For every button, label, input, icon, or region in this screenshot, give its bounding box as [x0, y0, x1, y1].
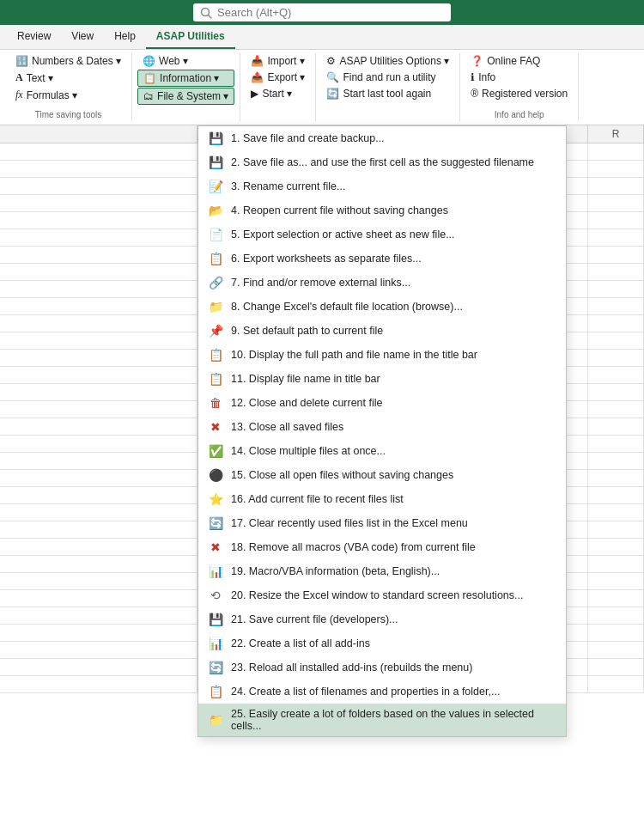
menu-text-16: 16. Add current file to recent files lis… — [231, 493, 557, 505]
info-button[interactable]: ℹ Info — [465, 70, 573, 85]
file-system-dropdown: 💾 1. Save file and create backup... 💾 2.… — [197, 125, 567, 737]
menu-item-22[interactable]: 📊 22. Create a list of all add-ins — [198, 631, 566, 655]
online-faq-button[interactable]: ❓ Online FAQ — [465, 53, 573, 69]
menu-item-4[interactable]: 📂 4. Reopen current file without saving … — [198, 198, 566, 223]
menu-item-2[interactable]: 💾 2. Save file as... and use the first c… — [198, 150, 566, 174]
menu-icon-6: 📋 — [207, 251, 224, 266]
registered-icon: ® — [471, 88, 478, 100]
menu-icon-9: 📌 — [207, 323, 224, 338]
asap-options-button[interactable]: ⚙ ASAP Utilities Options ▾ — [321, 53, 454, 69]
menu-item-10[interactable]: 📋 10. Display the full path and file nam… — [198, 343, 566, 367]
start-button[interactable]: ▶ Start ▾ — [246, 86, 310, 101]
menu-text-8: 8. Change Excel's default file location … — [231, 301, 557, 313]
find-run-utility-button[interactable]: 🔍 Find and run a utility — [321, 70, 454, 85]
numbers-dates-button[interactable]: 🔢 Numbers & Dates ▾ — [10, 53, 126, 69]
menu-icon-4: 📂 — [207, 203, 224, 218]
tab-help[interactable]: Help — [104, 25, 146, 49]
menu-item-16[interactable]: ⭐ 16. Add current file to recent files l… — [198, 487, 566, 511]
menu-item-7[interactable]: 🔗 7. Find and/or remove external links..… — [198, 271, 566, 295]
menu-item-1[interactable]: 💾 1. Save file and create backup... — [198, 126, 566, 150]
menu-icon-12: 🗑 — [207, 395, 224, 411]
menu-icon-17: 🔄 — [207, 515, 224, 531]
ribbon-group-info-help: ❓ Online FAQ ℹ Info ® Registered version… — [460, 53, 579, 121]
registered-button[interactable]: ® Registered version — [465, 86, 573, 101]
menu-item-19[interactable]: 📊 19. Macro/VBA information (beta, Engli… — [198, 559, 566, 583]
search-input-wrap[interactable] — [193, 3, 451, 21]
menu-item-23[interactable]: 🔄 23. Reload all installed add-ins (rebu… — [198, 655, 566, 680]
group1-buttons: 🔢 Numbers & Dates ▾ A Text ▾ fx Formulas… — [10, 53, 126, 108]
menu-item-3[interactable]: 📝 3. Rename current file... — [198, 174, 566, 198]
information-button[interactable]: 📋 Information ▾ — [137, 70, 234, 87]
menu-item-9[interactable]: 📌 9. Set default path to current file — [198, 319, 566, 343]
menu-icon-1: 💾 — [207, 131, 224, 146]
group3-buttons: 📥 Import ▾ 📤 Export ▾ ▶ Start ▾ — [246, 53, 310, 118]
export-button[interactable]: 📤 Export ▾ — [246, 70, 310, 85]
import-icon: 📥 — [251, 55, 264, 67]
menu-icon-22: 📊 — [207, 636, 224, 651]
web-button[interactable]: 🌐 Web ▾ — [137, 53, 234, 69]
menu-text-24: 24. Create a list of filenames and prope… — [231, 686, 557, 698]
menu-item-18[interactable]: ✖ 18. Remove all macros (VBA code) from … — [198, 535, 566, 559]
ribbon-group-import-export: 📥 Import ▾ 📤 Export ▾ ▶ Start ▾ — [240, 53, 316, 121]
menu-text-23: 23. Reload all installed add-ins (rebuil… — [231, 661, 557, 674]
formulas-button[interactable]: fx Formulas ▾ — [10, 87, 126, 103]
tab-review[interactable]: Review — [7, 25, 61, 49]
group4-label — [321, 118, 454, 121]
group4-buttons: ⚙ ASAP Utilities Options ▾ 🔍 Find and ru… — [321, 53, 454, 118]
file-system-icon: 🗂 — [143, 90, 154, 102]
text-icon: A — [15, 71, 23, 84]
menu-text-14: 14. Close multiple files at once... — [231, 445, 557, 457]
menu-item-14[interactable]: ✅ 14. Close multiple files at once... — [198, 439, 566, 463]
menu-icon-18: ✖ — [207, 540, 224, 555]
menu-icon-16: ⭐ — [207, 491, 224, 507]
menu-icon-19: 📊 — [207, 564, 224, 579]
menu-item-11[interactable]: 📋 11. Display file name in title bar — [198, 367, 566, 391]
start-last-tool-button[interactable]: 🔄 Start last tool again — [321, 86, 454, 101]
formulas-icon: fx — [15, 88, 23, 101]
menu-icon-23: 🔄 — [207, 660, 224, 675]
menu-item-17[interactable]: 🔄 17. Clear recently used files list in … — [198, 511, 566, 535]
menu-text-22: 22. Create a list of all add-ins — [231, 637, 557, 649]
start-icon: ▶ — [251, 88, 258, 100]
menu-text-5: 5. Export selection or active sheet as n… — [231, 229, 557, 241]
ribbon-group-web-info: 🌐 Web ▾ 📋 Information ▾ 🗂 File & System … — [132, 53, 240, 121]
search-input[interactable] — [217, 6, 444, 19]
web-icon: 🌐 — [143, 55, 155, 67]
menu-item-24[interactable]: 📋 24. Create a list of filenames and pro… — [198, 680, 566, 704]
menu-icon-11: 📋 — [207, 371, 224, 387]
find-icon: 🔍 — [326, 71, 339, 83]
menu-icon-20: ⟲ — [207, 588, 224, 603]
menu-item-20[interactable]: ⟲ 20. Resize the Excel window to standar… — [198, 583, 566, 607]
menu-icon-21: 💾 — [207, 612, 224, 627]
file-system-button[interactable]: 🗂 File & System ▾ — [137, 88, 234, 105]
menu-item-21[interactable]: 💾 21. Save current file (developers)... — [198, 607, 566, 631]
import-button[interactable]: 📥 Import ▾ — [246, 53, 310, 69]
text-button[interactable]: A Text ▾ — [10, 70, 126, 86]
tab-asap-utilities[interactable]: ASAP Utilities — [146, 25, 235, 49]
search-icon — [200, 7, 212, 19]
menu-item-8[interactable]: 📁 8. Change Excel's default file locatio… — [198, 295, 566, 319]
ribbon-group-options: ⚙ ASAP Utilities Options ▾ 🔍 Find and ru… — [316, 53, 460, 121]
menu-item-12[interactable]: 🗑 12. Close and delete current file — [198, 391, 566, 415]
tab-view[interactable]: View — [61, 25, 104, 49]
menu-item-13[interactable]: ✖ 13. Close all saved files — [198, 415, 566, 439]
refresh-icon: 🔄 — [326, 88, 339, 100]
menu-text-19: 19. Macro/VBA information (beta, English… — [231, 565, 557, 577]
menu-item-15[interactable]: ⚫ 15. Close all open files without savin… — [198, 463, 566, 487]
ribbon-toolbar: 🔢 Numbers & Dates ▾ A Text ▾ fx Formulas… — [0, 50, 644, 125]
group3-label — [246, 118, 310, 121]
menu-icon-10: 📋 — [207, 347, 224, 363]
menu-icon-15: ⚫ — [207, 467, 224, 483]
settings-icon: ⚙ — [326, 55, 336, 67]
ribbon-tabs: Review View Help ASAP Utilities — [0, 25, 644, 50]
menu-icon-7: 🔗 — [207, 275, 224, 290]
search-bar — [0, 0, 644, 25]
menu-text-9: 9. Set default path to current file — [231, 325, 557, 337]
menu-item-6[interactable]: 📋 6. Export worksheets as separate files… — [198, 247, 566, 271]
menu-item-5[interactable]: 📄 5. Export selection or active sheet as… — [198, 223, 566, 247]
menu-icon-5: 📄 — [207, 227, 224, 242]
group5-label: Info and help — [465, 108, 573, 121]
menu-icon-3: 📝 — [207, 179, 224, 194]
menu-item-25[interactable]: 📁 25. Easily create a lot of folders bas… — [198, 704, 566, 736]
numbers-icon: 🔢 — [15, 55, 28, 67]
